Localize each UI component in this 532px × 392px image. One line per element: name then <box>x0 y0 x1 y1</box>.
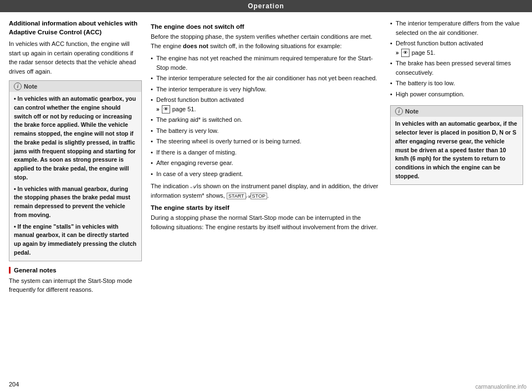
right-note-box: i Note In vehicles with an automatic gea… <box>390 105 523 184</box>
left-note-p2: • In vehicles with manual gearbox, durin… <box>14 185 137 220</box>
content-area: Additional information about vehicles wi… <box>0 12 532 392</box>
page-wrapper: Operation Additional information about v… <box>0 0 532 392</box>
left-note-p1: • In vehicles with an automatic gearbox,… <box>14 95 137 182</box>
bullet-6: The battery is very low. <box>151 126 381 136</box>
right-note-label: Note <box>405 108 418 115</box>
right-bullet-5: High power consumption. <box>390 90 523 99</box>
left-note-text: • In vehicles with an automatic gearbox,… <box>14 95 137 257</box>
left-note-header: i Note <box>9 81 141 92</box>
left-note-box: i Note • In vehicles with an automatic g… <box>9 80 142 261</box>
left-note-p3: • If the engine "stalls" in vehicles wit… <box>14 223 137 257</box>
bullet-7: The steering wheel is overly turned or i… <box>151 137 381 146</box>
general-notes-section: General notes The system can interrupt t… <box>9 267 142 295</box>
center-bullets-list: The engine has not yet reached the minim… <box>151 54 381 178</box>
left-column: Additional information about vehicles wi… <box>9 19 142 388</box>
bullet-1: The engine has not yet reached the minim… <box>151 54 381 72</box>
right-column: The interior temperature differs from th… <box>390 19 523 388</box>
general-notes-title: General notes <box>9 267 142 274</box>
top-bar: Operation <box>0 0 532 12</box>
general-notes-text: The system can interrupt the Start-Stop … <box>9 276 142 295</box>
indication-text: The indication 𝒜 is shown on the instrum… <box>151 182 381 200</box>
acc-intro-text: In vehicles with ACC function, the engin… <box>9 39 142 76</box>
bullet-2: The interior temperature selected for th… <box>151 74 381 83</box>
center-section2-title: The engine starts by itself <box>151 204 381 211</box>
bullet-3: The interior temperature is very high/lo… <box>151 85 381 94</box>
arrow-icon: » <box>156 106 160 112</box>
page-number: 204 <box>9 381 19 388</box>
watermark: carmanualonline.info <box>475 384 526 390</box>
right-bullet-3: The brake has been pressed several times… <box>390 59 523 77</box>
center-section1-title: The engine does not switch off <box>151 23 381 30</box>
note-icon: i <box>14 82 22 90</box>
top-bar-label: Operation <box>248 2 284 10</box>
bullet-5: The parking aid* is switched on. <box>151 115 381 125</box>
right-bullets-list: The interior temperature differs from th… <box>390 19 523 99</box>
right-note-header: i Note <box>391 106 523 117</box>
right-note-icon: i <box>395 107 403 115</box>
acc-section-title: Additional information about vehicles wi… <box>9 19 142 37</box>
bullet-10: In case of a very steep gradient. <box>151 169 381 179</box>
right-arrow-icon: » <box>396 50 399 56</box>
bullet-9: After engaging reverse gear. <box>151 158 381 168</box>
right-bullet-2: Defrost function button activated » 👁 pa… <box>390 39 523 57</box>
center-section2-text: During a stopping phase the normal Start… <box>151 213 381 231</box>
page-icon: 👁 <box>162 105 170 114</box>
right-note-text: In vehicles with an automatic gearbox, i… <box>395 120 518 180</box>
bullet-4: Defrost function button activated » 👁 pa… <box>151 95 381 114</box>
right-page-icon: 👁 <box>401 49 410 58</box>
left-note-label: Note <box>24 83 37 90</box>
center-section1-intro: Before the stopping phase, the system ve… <box>151 32 381 50</box>
center-column: The engine does not switch off Before th… <box>151 19 381 388</box>
bullet-8: If there is a danger of misting. <box>151 148 381 157</box>
right-bullet-1: The interior temperature differs from th… <box>390 19 523 37</box>
right-bullet-4: The battery is too low. <box>390 79 523 88</box>
right-note-p1: In vehicles with an automatic gearbox, i… <box>395 120 518 180</box>
